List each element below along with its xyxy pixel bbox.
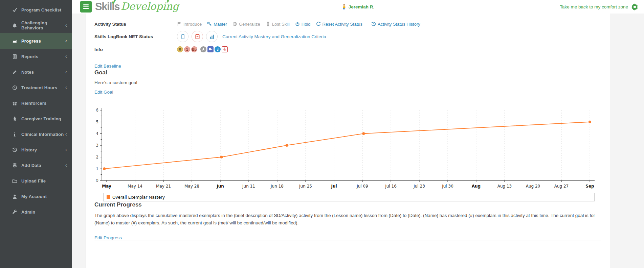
bar-chart-button[interactable] — [206, 31, 218, 42]
mobile-button[interactable] — [177, 31, 188, 42]
sidebar-item-label: Clinical Information — [21, 132, 65, 137]
svg-text:Jun 11: Jun 11 — [242, 184, 255, 189]
edit-baseline-link[interactable]: Edit Baseline — [94, 64, 121, 69]
sidebar-item-label: My Account — [21, 194, 72, 199]
sidebar-item-label: History — [21, 147, 65, 152]
svg-text:May 28: May 28 — [184, 184, 199, 189]
sidebar-item-clinical-information[interactable]: Clinical Information‹ — [0, 126, 72, 142]
status-action-activity-status-history[interactable]: Activity Status History — [371, 22, 420, 27]
sidebar-item-history[interactable]: History‹ — [0, 142, 72, 157]
sidebar-item-caregiver-training[interactable]: Caregiver Training — [0, 111, 72, 126]
folder-icon — [12, 178, 17, 184]
avatar-icon — [342, 4, 347, 10]
sidebar-item-reinforcers[interactable]: Reinforcers — [0, 95, 72, 111]
net-status-row: Skills LogBook NET Status Current Activi… — [94, 29, 601, 44]
sidebar-item-treatment-hours[interactable]: Treatment Hours‹ — [0, 80, 72, 95]
bell-icon — [12, 23, 17, 28]
svg-text:Jul 16: Jul 16 — [385, 184, 397, 189]
net-status-buttons — [177, 31, 221, 42]
mobile-icon — [180, 34, 186, 40]
sidebar-item-label: Upload File — [21, 178, 72, 184]
history-icon — [12, 147, 17, 152]
gift-icon — [12, 101, 17, 106]
badge-text: 0 — [179, 47, 181, 51]
count-badge[interactable]: 1 — [184, 46, 190, 52]
bar-chart-icon — [209, 34, 215, 40]
sidebar-item-upload-file[interactable]: Upload File — [0, 173, 72, 189]
power-icon — [295, 22, 300, 26]
svg-text:6: 6 — [96, 108, 98, 113]
goal-heading: Goal — [94, 69, 601, 76]
app-logo[interactable]: Skills✔Developing — [95, 0, 179, 14]
sidebar-item-add-data[interactable]: Add Data‹ — [0, 157, 72, 173]
count-badge[interactable]: Bb — [191, 46, 197, 52]
chevron-icon: ‹ — [65, 23, 72, 28]
hourglass-icon — [266, 22, 270, 26]
legend-label: Overall Exemplar Mastery — [112, 195, 165, 200]
status-action-reset-activity-status[interactable]: Reset Activity Status — [316, 22, 363, 27]
mastery-criteria-link[interactable]: Current Activity Mastery and Generalizat… — [222, 34, 326, 39]
status-action-label: Reset Activity Status — [323, 22, 363, 27]
star-icon — [201, 47, 205, 51]
tablet-off-icon — [195, 34, 200, 40]
svg-text:Sep: Sep — [585, 184, 594, 189]
file-icon — [12, 54, 17, 59]
svg-text:4: 4 — [96, 131, 98, 136]
sidebar-item-notes[interactable]: Notes‹ — [0, 64, 72, 80]
tablet-off-button[interactable] — [192, 31, 203, 42]
area-chart-icon — [12, 39, 17, 44]
status-action-introduce: Introduce — [177, 22, 202, 27]
chevron-icon: ‹ — [65, 69, 72, 75]
badge-text: Bb — [192, 47, 197, 51]
sidebar-item-challenging-behaviors[interactable]: Challenging Behaviors‹ — [0, 18, 72, 33]
current-client[interactable]: Jeremiah R. — [342, 0, 375, 14]
status-action-label: Master — [214, 22, 227, 27]
edit-goal-link[interactable]: Edit Goal — [94, 90, 113, 95]
sidebar-item-label: Progress — [21, 39, 65, 44]
chevron-icon: ‹ — [65, 163, 72, 168]
info-circle-badge[interactable]: i — [215, 46, 221, 52]
sidebar-item-program-checklist[interactable]: Program Checklist — [0, 2, 72, 18]
content-panel: Activity Status IntroduceMasterGeneraliz… — [86, 14, 610, 268]
info-row: Info 01Bbi — [94, 44, 601, 55]
database-icon — [12, 163, 17, 168]
chart-legend: Overall Exemplar Mastery — [103, 193, 595, 201]
sidebar-item-label: Add Data — [21, 163, 65, 168]
video-icon — [208, 47, 213, 51]
sidebar-item-progress[interactable]: Progress‹ — [0, 33, 72, 49]
pencil-icon — [12, 70, 17, 75]
sidebar-item-my-account[interactable]: My Account — [0, 189, 72, 204]
status-action-label: Lost Skill — [272, 22, 290, 27]
header: Skills✔Developing Jeremiah R. Take me ba… — [72, 0, 644, 14]
body-icon — [223, 47, 227, 51]
status-action-label: Activity Status History — [378, 22, 420, 27]
star-badge[interactable] — [200, 46, 206, 52]
goal-text: Here's a custom goal — [94, 80, 601, 85]
sidebar-item-reports[interactable]: Reports‹ — [0, 49, 72, 64]
mastery-chart: 0123456MayMay 14May 21May 28JunJun 11Jun… — [94, 106, 601, 201]
edit-progress-link[interactable]: Edit Progress — [94, 235, 122, 240]
video-badge[interactable] — [207, 46, 214, 52]
section-divider — [94, 241, 601, 241]
sidebar: Program ChecklistChallenging Behaviors‹P… — [0, 0, 72, 268]
content-background: Activity Status IntroduceMasterGeneraliz… — [72, 14, 644, 268]
hamburger-menu-button[interactable] — [80, 1, 92, 13]
body-badge[interactable] — [222, 46, 228, 52]
key-icon — [207, 22, 212, 26]
current-client-name: Jeremiah R. — [349, 4, 375, 9]
logo-check-icon: ✔ — [111, 0, 118, 6]
count-badge[interactable]: 0 — [177, 46, 183, 52]
sidebar-item-admin[interactable]: Admin — [0, 204, 72, 220]
gear-icon[interactable] — [631, 3, 639, 11]
activity-status-actions: IntroduceMasterGeneralizeLost SkillHoldR… — [177, 22, 420, 27]
status-action-hold[interactable]: Hold — [295, 22, 311, 27]
status-action-master[interactable]: Master — [207, 22, 227, 27]
svg-text:Aug 20: Aug 20 — [526, 184, 540, 189]
info-icon — [12, 132, 17, 137]
mastery-chart-svg: 0123456MayMay 14May 21May 28JunJun 11Jun… — [96, 106, 598, 191]
svg-text:Jul 30: Jul 30 — [442, 184, 453, 189]
svg-text:May: May — [102, 184, 111, 189]
svg-text:0: 0 — [96, 178, 98, 183]
comfort-zone-link[interactable]: Take me back to my comfort zone — [560, 4, 628, 9]
svg-text:Jun 18: Jun 18 — [270, 184, 284, 189]
